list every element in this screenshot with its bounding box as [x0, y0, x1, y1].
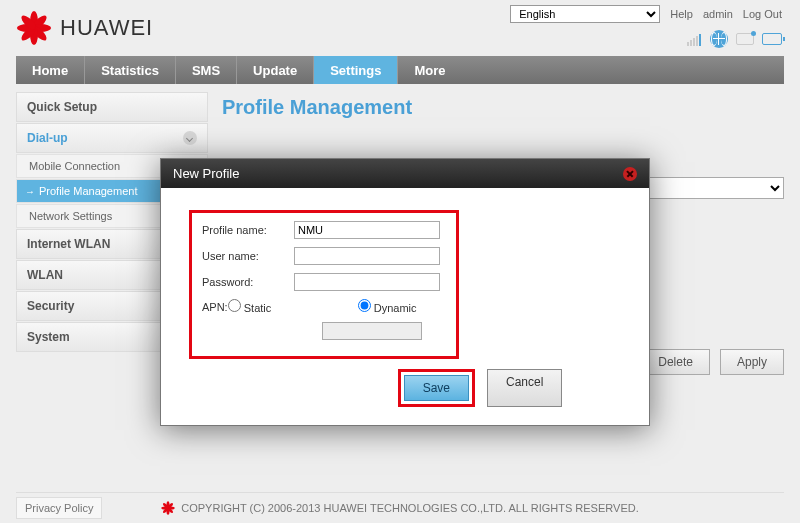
- apn-value-input: [322, 322, 422, 340]
- sidebar-dialup[interactable]: Dial-up: [16, 123, 208, 153]
- form-highlight-box: Profile name: User name: Password: APN: …: [189, 210, 459, 359]
- apn-dynamic-radio[interactable]: [358, 299, 371, 312]
- chevron-down-icon: [183, 131, 197, 145]
- signal-icon: [687, 32, 702, 46]
- sidebar-dialup-label: Dial-up: [27, 131, 68, 145]
- save-button[interactable]: Save: [404, 375, 469, 401]
- logout-link[interactable]: Log Out: [743, 8, 782, 20]
- language-select[interactable]: English: [510, 5, 660, 23]
- new-profile-dialog: New Profile Profile name: User name: Pas…: [160, 158, 650, 426]
- help-link[interactable]: Help: [670, 8, 693, 20]
- save-highlight-box: Save: [398, 369, 475, 407]
- admin-link[interactable]: admin: [703, 8, 733, 20]
- apn-static-label: Static: [244, 302, 272, 314]
- dialog-title: New Profile: [173, 166, 239, 181]
- brand-name: HUAWEI: [60, 15, 153, 41]
- nav-settings[interactable]: Settings: [314, 56, 398, 84]
- sidebar-quick-setup[interactable]: Quick Setup: [16, 92, 208, 122]
- nav-statistics[interactable]: Statistics: [85, 56, 176, 84]
- profile-name-label: Profile name:: [202, 224, 294, 236]
- apn-label: APN:: [202, 301, 228, 313]
- apn-dynamic-option[interactable]: Dynamic: [358, 299, 478, 314]
- battery-icon: [762, 33, 782, 45]
- privacy-policy-link[interactable]: Privacy Policy: [16, 497, 102, 519]
- apn-static-radio[interactable]: [228, 299, 241, 312]
- apn-dynamic-label: Dynamic: [374, 302, 417, 314]
- delete-button[interactable]: Delete: [641, 349, 710, 375]
- cancel-button[interactable]: Cancel: [487, 369, 562, 407]
- nav-home[interactable]: Home: [16, 56, 85, 84]
- user-name-label: User name:: [202, 250, 294, 262]
- password-label: Password:: [202, 276, 294, 288]
- user-name-input[interactable]: [294, 247, 440, 265]
- password-input[interactable]: [294, 273, 440, 291]
- close-icon[interactable]: [623, 167, 637, 181]
- nav-update[interactable]: Update: [237, 56, 314, 84]
- nav-more[interactable]: More: [398, 56, 461, 84]
- apn-static-option[interactable]: Static: [228, 299, 348, 314]
- apply-button[interactable]: Apply: [720, 349, 784, 375]
- main-nav: Home Statistics SMS Update Settings More: [16, 56, 784, 84]
- brand-logo: HUAWEI: [16, 10, 153, 46]
- sms-icon: [736, 33, 754, 45]
- profile-name-input[interactable]: [294, 221, 440, 239]
- copyright-text: COPYRIGHT (C) 2006-2013 HUAWEI TECHNOLOG…: [181, 502, 638, 514]
- nav-sms[interactable]: SMS: [176, 56, 237, 84]
- huawei-flower-icon: [161, 501, 175, 515]
- page-title: Profile Management: [222, 96, 784, 119]
- globe-icon: [710, 30, 728, 48]
- huawei-flower-icon: [16, 10, 52, 46]
